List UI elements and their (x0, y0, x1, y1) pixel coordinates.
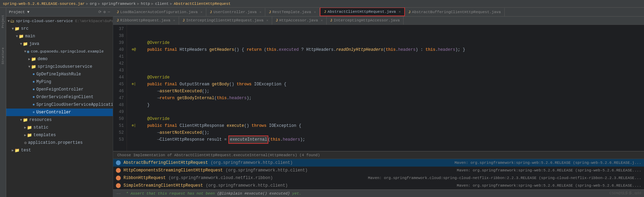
editor-area: J LoadBalancerAutoConfiguration.java ✕ J… (113, 8, 644, 197)
folder-resources-icon: 📁 (23, 118, 28, 123)
popup-icon-2 (116, 168, 121, 173)
tree-item-UserController[interactable]: ● UserController (6, 109, 113, 116)
tab-java-icon-7: J (182, 18, 185, 22)
code-line-52: → assertNotExecuted (); (131, 129, 644, 136)
file-icon: ⚙ (24, 140, 27, 146)
sidebar-icons[interactable]: ⟳ ⚙ — (98, 10, 110, 14)
tree-item-test[interactable]: ▶ 📁 test (6, 147, 113, 154)
popup-item-4[interactable]: SimpleStreamingClientHttpRequest (org.sp… (113, 182, 644, 189)
tree-item-application-properties[interactable]: ⚙ application.properties (6, 139, 113, 147)
popup-icon-3 (116, 176, 121, 180)
popup-pkg-3: (org.springframework.cloud.netflix.ribbo… (168, 176, 273, 180)
bc-http: http (141, 2, 150, 6)
sidebar-header: Project ▼ ⟳ ⚙ — (6, 8, 113, 17)
folder-java-icon: 📁 (23, 41, 28, 47)
tab-close-3[interactable]: ✕ (314, 10, 316, 14)
tree-item-project[interactable]: ▼ 🗂 spring-cloud-user-service E:\WorkSpa… (6, 17, 113, 25)
bc-client: client (155, 2, 169, 6)
tab-project[interactable]: Project (0, 8, 6, 35)
watermark-text: CSDN@钱多多_qdd (610, 191, 641, 195)
tab-close-4[interactable]: ✕ (399, 10, 401, 14)
tab-close-6[interactable]: ✕ (173, 18, 175, 22)
code-line-42 (131, 60, 644, 67)
class-icon-1: ● (32, 72, 35, 77)
code-line-51: ⊕| public final ClientHttpResponse execu… (131, 122, 644, 129)
bc-sep1: ▶ (98, 1, 100, 6)
tab-close-1[interactable]: ✕ (200, 10, 202, 14)
tree-item-package[interactable]: ▼ ◉ com.gupaoedu.springcloud.example (6, 48, 113, 55)
vertical-tab-bar: Project Structure (0, 8, 6, 197)
tab-RibbonHttpRequest[interactable]: J RibbonHttpRequest.java ✕ (113, 17, 179, 25)
bc-sep4: ▶ (170, 1, 172, 6)
tab-label-8: HttpAccessor.java (279, 18, 318, 22)
tree-item-src[interactable]: ▼ 📁 src (6, 25, 113, 32)
code-line-41 (131, 53, 644, 60)
tab-java-icon-4: J (324, 10, 326, 14)
tab-UserController[interactable]: J UserController.java ✕ (206, 8, 265, 16)
folder-templates-icon: 📁 (27, 133, 32, 138)
code-line-53: → ClientHttpResponse result = executeInt… (131, 136, 644, 143)
code-line-48: } (131, 102, 644, 109)
popup-header: Choose Implementation of AbstractClientH… (113, 151, 644, 159)
tab-java-icon-3: J (269, 10, 271, 14)
tab-java-icon-8: J (276, 18, 278, 22)
code-editor[interactable]: 37 38 39 40 41 42 43 44 45 46 47 48 49 5… (113, 25, 644, 151)
tab-bar-row1: J LoadBalancerAutoConfiguration.java ✕ J… (113, 8, 644, 17)
tab-LoadBalancerAutoConfiguration[interactable]: J LoadBalancerAutoConfiguration.java ✕ (113, 8, 206, 16)
arrow-icon: ▼ (8, 19, 10, 23)
folder-static-icon: 📁 (27, 125, 32, 130)
tab-java-icon-9: J (330, 18, 333, 22)
tab-label-1: LoadBalancerAutoConfiguration.java (120, 10, 198, 14)
project-name: spring-cloud-user-service E:\WorkSpace\G… (16, 19, 113, 23)
minimize-icon[interactable]: — (108, 10, 110, 14)
sidebar-tree: ▼ 🗂 spring-cloud-user-service E:\WorkSpa… (6, 17, 113, 197)
class-icon-3: ● (32, 87, 35, 92)
popup-maven-4: Maven: org.springframework:spring-web:5.… (457, 184, 641, 188)
popup-item-1[interactable]: AbstractBufferingClientHttpRequest (org.… (113, 159, 644, 167)
tab-close-8[interactable]: ✕ (321, 18, 323, 22)
sync-icon[interactable]: ⟳ (98, 10, 101, 14)
popup-pkg-1: (org.springframework.http.client) (211, 160, 293, 165)
tab-close-2[interactable]: ✕ (259, 10, 261, 14)
code-content[interactable]: @Override ⊕@ public final HttpHeaders ge… (127, 25, 644, 151)
tree-item-templates[interactable]: ▶ 📁 templates (6, 131, 113, 139)
class-icon-6: ● (32, 110, 35, 115)
code-line-46: → assertNotExecuted (); (131, 88, 644, 95)
tab-InterceptingClientHttpRequest[interactable]: J InterceptingClientHttpRequest.java ✕ (179, 17, 272, 25)
tree-item-static[interactable]: ▶ 📁 static (6, 124, 113, 131)
folder-svc-icon: 📁 (31, 64, 36, 69)
tab-HttpAccessor[interactable]: J HttpAccessor.java ✕ (272, 17, 327, 25)
tab-AbstractClientHttpRequest[interactable]: J AbstractClientHttpRequest.java ✕ (320, 8, 405, 16)
tree-item-OrderServiceFeignClient[interactable]: ● OrderServiceFeignClient (6, 93, 113, 101)
tree-item-GpDefineIpHashRule[interactable]: ● GpDefineIpHashRule (6, 71, 113, 78)
tab-AbstractBufferingClientHttpRequest[interactable]: J AbstractBufferingClientHttpRequest.jav… (405, 8, 505, 16)
tree-item-OpenFeignController[interactable]: ● OpenFeignController (6, 86, 113, 93)
tree-item-resources[interactable]: ▼ 📁 resources (6, 116, 113, 124)
jar-name: spring-web-5.2.6.RELEASE-sources.jar (3, 2, 85, 6)
tree-item-main[interactable]: ▼ 📁 main (6, 32, 113, 40)
tab-label-5: AbstractBufferingClientHttpRequest.java (412, 10, 501, 14)
tree-item-java[interactable]: ▼ 📁 java (6, 40, 113, 48)
popup-class-1: AbstractBufferingClientHttpRequest (123, 160, 208, 165)
bc-class: AbstractClientHttpRequest (174, 2, 231, 6)
tab-java-icon-5: J (408, 10, 411, 14)
tree-item-demo[interactable]: ▶ 📁 demo (6, 55, 113, 63)
tab-label-2: UserController.java (214, 10, 257, 14)
tab-java-icon-6: J (117, 18, 119, 22)
code-line-43 (131, 67, 644, 74)
code-line-38 (131, 32, 644, 39)
tab-close-7[interactable]: ✕ (266, 18, 268, 22)
tree-item-springclouduserservice[interactable]: ▼ 📁 springclouduserservice (6, 63, 113, 71)
popup-item-3[interactable]: RibbonHttpRequest (org.springframework.c… (113, 174, 644, 182)
code-line-50: @Override (131, 115, 644, 122)
tree-item-MyPing[interactable]: ● MyPing (6, 78, 113, 86)
tab-RestTemplate[interactable]: J RestTemplate.java ✕ (265, 8, 320, 16)
tab-structure[interactable]: Structure (0, 42, 6, 70)
settings-icon[interactable]: ⚙ (103, 10, 106, 14)
class-icon-2: ● (32, 79, 35, 84)
tab-InterceptingHttpAccessor[interactable]: J InterceptingHttpAccessor.java (327, 17, 404, 25)
tab-label-4: AbstractClientHttpRequest.java (328, 10, 396, 14)
popup-item-2[interactable]: HttpComponentsStreamingClientHttpRequest… (113, 167, 644, 174)
tree-item-SpringCloudUserServiceApplication[interactable]: ● SpringCloudUserServiceApplication (6, 101, 113, 109)
folder-main-icon: 📁 (19, 34, 24, 39)
